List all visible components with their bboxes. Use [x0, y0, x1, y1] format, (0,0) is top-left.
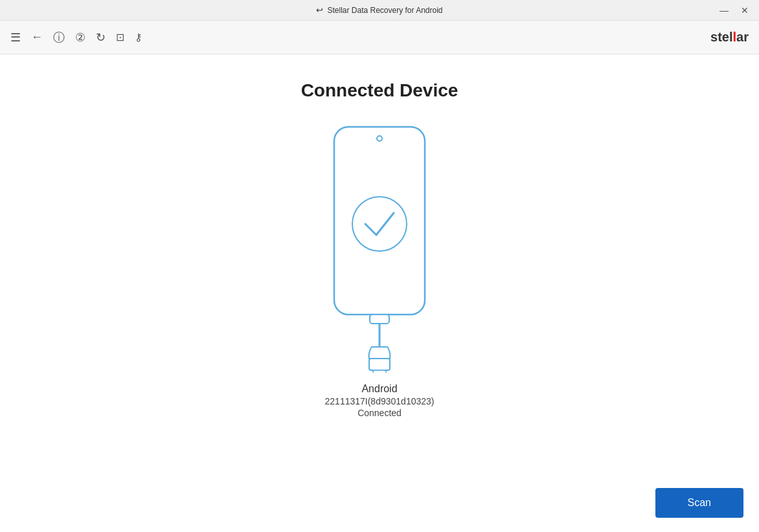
scan-button[interactable]: Scan: [655, 488, 743, 518]
menu-icon[interactable]: ☰: [10, 30, 21, 45]
back-icon[interactable]: ←: [31, 30, 43, 44]
svg-rect-6: [373, 370, 386, 373]
title-bar-controls: — ✕: [718, 4, 751, 17]
phone-svg: [315, 120, 444, 373]
device-name: Android: [325, 383, 435, 395]
title-back-icon: ↩: [316, 5, 323, 15]
info-icon[interactable]: ⓘ: [53, 30, 65, 45]
minimize-button[interactable]: —: [718, 4, 731, 17]
app-title: Stellar Data Recovery for Android: [327, 6, 442, 15]
svg-point-1: [377, 136, 382, 141]
device-info: Android 22111317I(8d9301d10323) Connecte…: [325, 383, 435, 418]
refresh-icon[interactable]: ↻: [96, 30, 106, 45]
main-content: Connected Device Android 22111317I(8d: [0, 54, 759, 532]
page-title: Connected Device: [301, 80, 459, 101]
key-icon[interactable]: ⚷: [135, 31, 142, 43]
close-button[interactable]: ✕: [738, 4, 751, 17]
title-bar-center: ↩ Stellar Data Recovery for Android: [316, 5, 442, 15]
phone-illustration: Android 22111317I(8d9301d10323) Connecte…: [315, 120, 444, 418]
svg-rect-5: [369, 359, 390, 370]
title-bar: ↩ Stellar Data Recovery for Android — ✕: [0, 0, 759, 21]
svg-point-2: [352, 197, 407, 251]
scan-button-container: Scan: [655, 488, 743, 518]
logo-accent: l: [733, 30, 737, 44]
toolbar: ☰ ← ⓘ ② ↻ ⊡ ⚷ stellar: [0, 21, 759, 54]
device-status: Connected: [325, 408, 435, 418]
device-id: 22111317I(8d9301d10323): [325, 396, 435, 406]
svg-rect-3: [370, 315, 389, 324]
help-icon[interactable]: ②: [75, 30, 85, 45]
stellar-logo: stellar: [710, 30, 749, 45]
cart-icon[interactable]: ⊡: [116, 31, 124, 43]
